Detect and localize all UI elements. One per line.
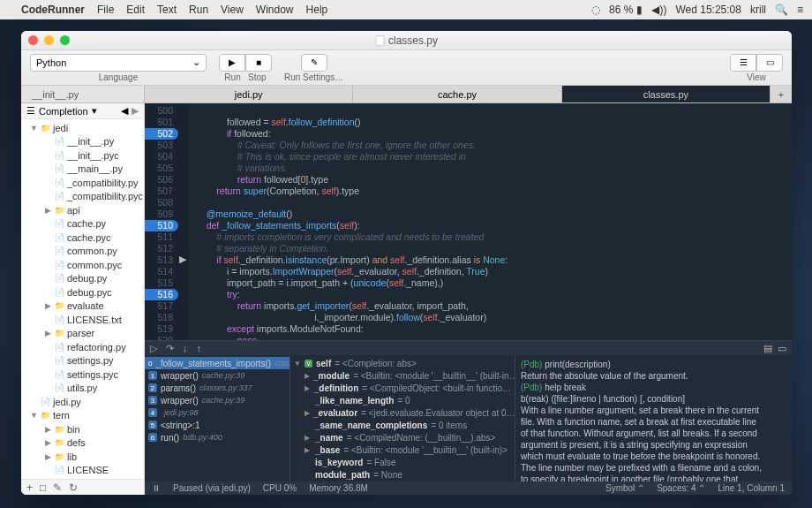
tree-item[interactable]: 📄common.pyc bbox=[21, 258, 144, 272]
variable-row[interactable]: ▶_definition = <CompiledObject: <built-i… bbox=[290, 382, 515, 394]
tab-classes-py[interactable]: classes.py bbox=[562, 86, 771, 102]
tree-item[interactable]: ▼📁jedi bbox=[21, 121, 144, 135]
tree-item[interactable]: 📄common.py bbox=[21, 245, 144, 259]
menu-window[interactable]: Window bbox=[256, 4, 294, 16]
sidebar-footer-button[interactable]: ✎ bbox=[53, 481, 62, 494]
tree-item[interactable]: 📄__init__.py bbox=[21, 135, 144, 149]
sidebar-footer-button[interactable]: □ bbox=[40, 481, 46, 494]
panel-layout-icon[interactable]: ▤ bbox=[763, 343, 772, 354]
status-spaces[interactable]: Spaces: 4 ⌃ bbox=[657, 483, 705, 493]
variable-row[interactable]: is_keyword = False bbox=[290, 456, 515, 468]
stop-button[interactable]: ■ bbox=[245, 54, 272, 72]
stack-frame[interactable]: 2params() classes.py:337 bbox=[145, 382, 289, 394]
tree-item[interactable]: ▶📁defs bbox=[21, 436, 144, 451]
stack-frame[interactable]: 5<string>:1 bbox=[145, 419, 289, 431]
sidebar-tab[interactable]: __init__.py bbox=[21, 86, 145, 102]
menu-view[interactable]: View bbox=[221, 4, 244, 16]
step-over-icon[interactable]: ↷ bbox=[166, 343, 174, 354]
stack-frame[interactable]: 4 jedi.py:98 bbox=[145, 406, 289, 419]
clock[interactable]: Wed 15:25:08 bbox=[675, 4, 741, 16]
tree-item[interactable]: ▶📁evaluate bbox=[21, 299, 144, 314]
variable-row[interactable]: ▼Vself = <Completion: abs> bbox=[290, 357, 515, 369]
nav-back-icon[interactable]: ◀ bbox=[121, 105, 128, 117]
tree-item[interactable]: ▼📁tern bbox=[21, 409, 144, 423]
sidebar-footer-button[interactable]: + bbox=[26, 481, 33, 494]
tree-item[interactable]: ▶📁api bbox=[21, 203, 144, 217]
variables-pane[interactable]: ▼Vself = <Completion: abs>▶_module = <Bu… bbox=[290, 355, 515, 481]
stack-frame[interactable]: 1wrapper() cache.py:39 bbox=[145, 369, 289, 382]
panel-close-icon[interactable]: ▭ bbox=[778, 343, 786, 354]
step-in-icon[interactable]: ↓ bbox=[183, 343, 188, 353]
app-name-menu[interactable]: CodeRunner bbox=[21, 4, 85, 16]
tree-item[interactable]: 📄debug.pyc bbox=[21, 285, 144, 299]
debug-panel: ▷ ↷ ↓ ↑ ▤ ▭ 0_follow_statements_imports(… bbox=[145, 340, 792, 481]
variable-row[interactable]: ▶_name = <CompiledName: (__builtin__).ab… bbox=[290, 431, 515, 444]
minimize-window[interactable] bbox=[44, 35, 54, 45]
run-settings-button[interactable]: ✎ bbox=[301, 54, 327, 72]
menu-file[interactable]: File bbox=[97, 4, 114, 16]
nav-fwd-icon[interactable]: ▶ bbox=[132, 105, 139, 117]
menu-help[interactable]: Help bbox=[306, 4, 328, 16]
wifi-icon[interactable]: ◌ bbox=[591, 4, 600, 16]
variable-row[interactable]: _same_name_completions = 0 items bbox=[290, 419, 515, 431]
tab-jedi-py[interactable]: jedi.py bbox=[145, 86, 353, 102]
status-position: Line 1, Column 1 bbox=[718, 483, 785, 493]
variable-row[interactable]: module_path = None bbox=[290, 468, 515, 481]
debug-console[interactable]: (Pdb) print(description)Return the absol… bbox=[515, 355, 792, 481]
file-icon: 📄 bbox=[54, 383, 64, 393]
tree-item[interactable]: 📄jedi.py bbox=[21, 395, 144, 409]
tree-item[interactable]: 📄refactoring.py bbox=[21, 340, 144, 354]
menu-run[interactable]: Run bbox=[189, 4, 208, 16]
tree-item[interactable]: 📄LICENSE bbox=[21, 464, 144, 478]
notifications-icon[interactable]: ≡ bbox=[797, 4, 803, 16]
titlebar: classes.py bbox=[21, 31, 792, 50]
new-tab-button[interactable]: + bbox=[771, 86, 792, 102]
continue-icon[interactable]: ▷ bbox=[150, 343, 157, 354]
tree-item[interactable]: 📄settings.pyc bbox=[21, 368, 144, 382]
variable-row[interactable]: ▶_evaluator = <jedi.evaluate.Evaluator o… bbox=[290, 406, 515, 419]
gutter[interactable]: 5005015025035045055065075085095105115125… bbox=[145, 103, 177, 340]
status-symbol[interactable]: Symbol ⌃ bbox=[605, 483, 644, 493]
volume-icon[interactable]: ◀)) bbox=[651, 4, 666, 16]
run-button[interactable]: ▶ bbox=[219, 54, 245, 72]
language-select[interactable]: Python⌄ bbox=[30, 54, 207, 72]
content: ☰ Completion ▾ ◀ ▶ ▼📁jedi📄__init__.py📄__… bbox=[21, 103, 792, 495]
sidebar-header[interactable]: ☰ Completion ▾ ◀ ▶ bbox=[21, 103, 144, 119]
tab-cache-py[interactable]: cache.py bbox=[353, 86, 561, 102]
sidebar-footer-button[interactable]: ↻ bbox=[69, 481, 78, 494]
tab-bar: __init__.py jedi.pycache.pyclasses.py + bbox=[21, 86, 792, 103]
menu-edit[interactable]: Edit bbox=[126, 4, 145, 16]
variable-row[interactable]: _like_name_length = 0 bbox=[290, 394, 515, 406]
tree-item[interactable]: 📄debug.py bbox=[21, 272, 144, 286]
fullscreen-window[interactable] bbox=[60, 35, 70, 45]
pause-icon[interactable]: ⏸ bbox=[152, 483, 161, 493]
tree-item[interactable]: 📄utils.py bbox=[21, 382, 144, 396]
spotlight-icon[interactable]: 🔍 bbox=[775, 4, 788, 16]
stack-frame[interactable]: 0_follow_statements_imports() classe… bbox=[145, 357, 289, 369]
tree-item[interactable]: 📄settings.py bbox=[21, 354, 144, 368]
view-sidebar-button[interactable]: ☰ bbox=[730, 54, 756, 72]
stack-frame[interactable]: 6run() bdb.py:400 bbox=[145, 431, 289, 444]
tree-item[interactable]: 📄cache.py bbox=[21, 217, 144, 231]
code-editor[interactable]: followed = self.follow_definition() if f… bbox=[189, 103, 792, 340]
tree-item[interactable]: 📄__init__.pyc bbox=[21, 148, 144, 163]
variable-row[interactable]: ▶_base = <Builtin: <module '__builtin__'… bbox=[290, 444, 515, 456]
tree-item[interactable]: 📄_compatibility.py bbox=[21, 176, 144, 190]
close-window[interactable] bbox=[28, 35, 38, 45]
menu-text[interactable]: Text bbox=[157, 4, 177, 16]
step-out-icon[interactable]: ↑ bbox=[197, 343, 202, 353]
file-icon: 📄 bbox=[54, 273, 64, 284]
tree-item[interactable]: 📄__main__.py bbox=[21, 163, 144, 177]
tree-item[interactable]: ▶📁bin bbox=[21, 422, 144, 436]
stack-frame[interactable]: 3wrapper() cache.py:39 bbox=[145, 394, 289, 406]
tree-item[interactable]: 📄_compatibility.pyc bbox=[21, 190, 144, 204]
variable-row[interactable]: ▶_module = <Builtin: <module '__builtin_… bbox=[290, 369, 515, 382]
tree-item[interactable]: 📄cache.pyc bbox=[21, 231, 144, 245]
tree-item[interactable]: ▶📁lib bbox=[21, 450, 144, 464]
view-console-button[interactable]: ▭ bbox=[756, 54, 783, 72]
tree-item[interactable]: ▶📁parser bbox=[21, 327, 144, 341]
tree-item[interactable]: 📄LICENSE.txt bbox=[21, 313, 144, 327]
call-stack[interactable]: 0_follow_statements_imports() classe…1wr… bbox=[145, 355, 290, 481]
battery-status[interactable]: 86 % ▮ bbox=[609, 4, 643, 16]
current-user[interactable]: krill bbox=[750, 4, 766, 16]
